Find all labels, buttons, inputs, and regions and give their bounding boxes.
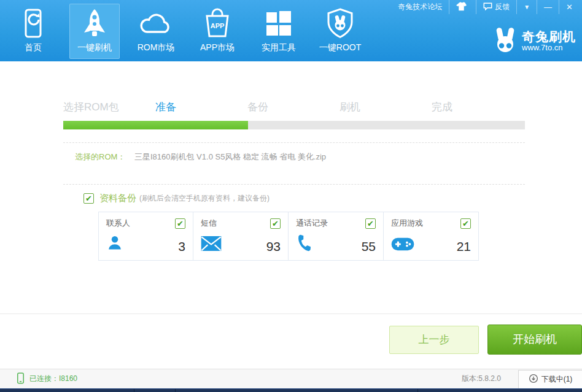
connection-status: 已连接：I8160 [17, 372, 77, 386]
status-bar: 已连接：I8160 版本:5.8.2.0 下载中(1) [0, 369, 582, 388]
call-log-checkbox[interactable] [365, 218, 376, 229]
nav-item-label: 一键ROOT [319, 42, 361, 53]
apps-games-count: 21 [457, 239, 471, 254]
backup-label: 资料备份 [99, 193, 136, 204]
nav-item-label: 一键刷机 [77, 42, 112, 53]
app-bag-icon: APP [203, 7, 232, 40]
nav-item-label: 实用工具 [262, 42, 296, 53]
brand-name: 奇兔刷机 [522, 30, 576, 44]
backup-cell-contacts: 联系人 3 [98, 212, 193, 261]
contacts-count: 3 [178, 239, 185, 254]
selected-rom-label: 选择的ROM： [75, 152, 125, 161]
sms-checkbox[interactable] [270, 218, 281, 229]
start-flash-button[interactable]: 开始刷机 [487, 325, 582, 355]
menu-dropdown-button[interactable]: ▼ [516, 0, 537, 14]
step-done: 完成 [432, 100, 524, 114]
app-header: 奇兔技术论坛 反馈 ▼ — ✕ [0, 0, 582, 61]
call-log-count: 55 [362, 239, 376, 254]
apps-games-checkbox[interactable] [460, 218, 471, 229]
cell-label: 联系人 [106, 218, 130, 229]
nav-item-label: 首页 [25, 42, 42, 53]
progress-bar [63, 121, 525, 129]
nav-item-one-key-root[interactable]: 一键ROOT [315, 4, 365, 59]
contacts-icon [106, 234, 123, 254]
backup-cell-sms: 短信 93 [193, 212, 289, 261]
backup-note: (刷机后会清空手机原有资料，建议备份) [139, 193, 270, 204]
tools-grid-icon [265, 7, 292, 40]
progress-fill [63, 121, 248, 129]
backup-cell-apps-games: 应用游戏 21 [384, 212, 479, 261]
divider-dashed [63, 184, 525, 185]
back-button[interactable]: 上一步 [389, 326, 479, 354]
backup-table: 联系人 3 短信 [98, 212, 582, 261]
minimize-button[interactable]: — [537, 0, 559, 14]
shield-rabbit-icon [326, 7, 354, 40]
cell-label: 短信 [201, 218, 217, 229]
nav-item-rom-market[interactable]: ROM市场 [131, 4, 181, 59]
tshirt-icon [456, 2, 469, 13]
rabbit-logo-icon [492, 26, 518, 56]
rocket-icon [80, 7, 109, 40]
taskbar-edge [0, 388, 582, 392]
main-nav: 首页 一键刷机 ROM市场 [8, 4, 376, 59]
download-label: 下载中(1) [541, 374, 573, 385]
sms-icon [201, 236, 222, 254]
nav-item-label: APP市场 [200, 42, 235, 53]
backup-checkbox[interactable] [83, 193, 94, 204]
wizard-area: 选择ROM包准备备份刷机完成 选择的ROM： 三星I8160刷机包 V1.0 S… [0, 100, 582, 261]
cloud-icon [139, 7, 173, 40]
forum-link[interactable]: 奇兔技术论坛 [391, 0, 449, 14]
version-label: 版本:5.8.2.0 [462, 374, 501, 384]
cell-label: 通话记录 [296, 218, 328, 229]
call-log-icon [296, 234, 313, 254]
home-phone-refresh-icon [20, 7, 47, 40]
sms-count: 93 [266, 239, 281, 254]
wizard-steps: 选择ROM包准备备份刷机完成 [63, 100, 582, 114]
brand-logo: 奇兔刷机 www.7to.cn [492, 26, 576, 56]
chevron-down-icon: ▼ [524, 4, 530, 10]
feedback-button[interactable]: 反馈 [476, 0, 516, 14]
step-prepare: 准备 [155, 100, 247, 114]
backup-header: 资料备份 (刷机后会清空手机原有资料，建议备份) [83, 193, 582, 204]
nav-item-tools[interactable]: 实用工具 [254, 4, 304, 59]
feedback-label: 反馈 [495, 2, 510, 12]
backup-cell-call-log: 通话记录 55 [289, 212, 384, 261]
footer-divider [0, 313, 582, 314]
connection-status-text: 已连接：I8160 [29, 374, 77, 384]
contacts-checkbox[interactable] [175, 218, 185, 229]
selected-rom-value: 三星I8160刷机包 V1.0 S5风格 稳定 流畅 省电 美化.zip [134, 152, 326, 161]
nav-item-one-key-flash[interactable]: 一键刷机 [69, 4, 120, 59]
download-manager-button[interactable]: 下载中(1) [518, 370, 582, 389]
phone-connected-icon [17, 372, 29, 386]
step-select-rom: 选择ROM包 [63, 100, 155, 114]
brand-site: www.7to.cn [522, 44, 576, 52]
forum-link-label: 奇兔技术论坛 [398, 2, 442, 12]
nav-item-app-market[interactable]: APP APP市场 [192, 4, 243, 59]
nav-item-home[interactable]: 首页 [8, 4, 58, 59]
titlebar: 奇兔技术论坛 反馈 ▼ — ✕ [391, 0, 580, 14]
apps-games-icon [391, 237, 414, 254]
close-button[interactable]: ✕ [559, 0, 580, 14]
close-icon: ✕ [566, 3, 573, 11]
skin-button[interactable] [449, 0, 476, 14]
step-backup: 备份 [247, 100, 340, 114]
nav-item-label: ROM市场 [138, 42, 175, 53]
cell-label: 应用游戏 [391, 218, 423, 229]
download-icon [529, 374, 541, 385]
minimize-icon: — [544, 3, 552, 11]
svg-text:APP: APP [211, 22, 225, 29]
speech-bubble-icon [483, 2, 495, 12]
selected-rom-row: 选择的ROM： 三星I8160刷机包 V1.0 S5风格 稳定 流畅 省电 美化… [63, 143, 582, 171]
step-flash: 刷机 [340, 100, 432, 114]
